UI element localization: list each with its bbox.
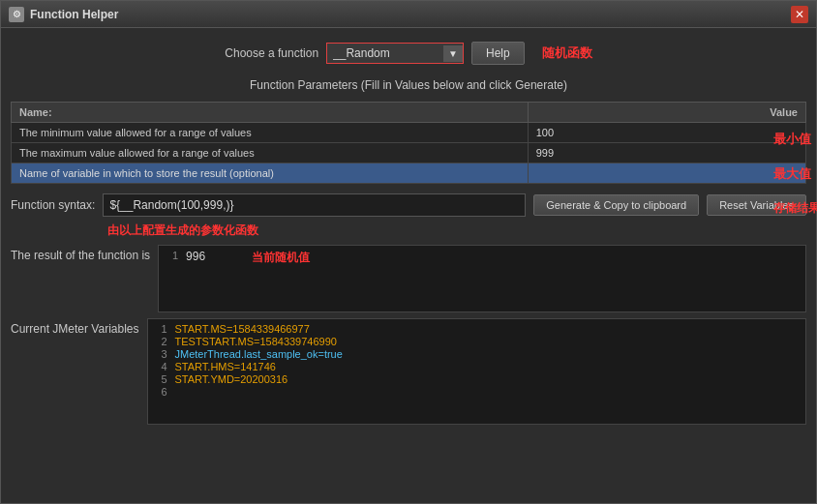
content-area: Choose a function ▼ Help 随机函数 Function P… (1, 28, 816, 503)
row1-value-input[interactable] (536, 127, 798, 138)
row3-name: Name of variable in which to store the r… (12, 163, 529, 184)
variables-section: Current JMeter Variables 1 START.MS=1584… (11, 318, 806, 493)
var-num-2: 2 (152, 336, 167, 347)
row3-value[interactable] (528, 163, 805, 184)
function-select-input[interactable] (327, 44, 443, 63)
variables-box: 1 START.MS=1584339466977 2 TESTSTART.MS=… (147, 318, 807, 425)
main-window: ⚙ Function Helper ✕ Choose a function ▼ … (0, 0, 817, 504)
function-select-wrapper[interactable]: ▼ (326, 43, 464, 64)
row2-value-input[interactable] (536, 147, 798, 159)
choose-label: Choose a function (225, 46, 318, 60)
var-num-1: 1 (152, 323, 167, 335)
function-chooser-row: Choose a function ▼ Help 随机函数 (11, 38, 806, 69)
result-label: The result of the function is (11, 245, 150, 262)
table-row[interactable]: The maximum value allowed for a range of… (12, 143, 806, 163)
syntax-label: Function syntax: (11, 198, 95, 212)
title-bar: ⚙ Function Helper ✕ (1, 1, 816, 28)
row2-value[interactable] (528, 143, 805, 163)
function-dropdown-arrow[interactable]: ▼ (443, 45, 463, 62)
params-header: Function Parameters (Fill in Values belo… (11, 74, 806, 96)
row2-name: The maximum value allowed for a range of… (12, 143, 529, 163)
var-line-1: 1 START.MS=1584339466977 (152, 323, 802, 335)
variables-label: Current JMeter Variables (11, 318, 139, 336)
var-num-4: 4 (152, 361, 167, 372)
ann-param-desc: 由以上配置生成的参数化函数 (11, 222, 806, 239)
ann-current-random: 当前随机值 (252, 250, 310, 266)
var-content-1: START.MS=1584339466977 (175, 323, 310, 335)
var-content-2: TESTSTART.MS=1584339746990 (175, 336, 337, 347)
col-value-header: Value (528, 103, 805, 123)
var-num-3: 3 (152, 348, 167, 360)
row1-value[interactable] (528, 123, 805, 143)
window-title: Function Helper (30, 8, 118, 21)
var-num-5: 5 (152, 373, 167, 385)
var-num-6: 6 (152, 386, 167, 398)
result-line-1: 1 996 当前随机值 (163, 250, 802, 266)
syntax-row: Function syntax: Generate & Copy to clip… (11, 190, 806, 221)
result-box: 1 996 当前随机值 (158, 245, 806, 312)
var-line-5: 5 START.YMD=20200316 (152, 373, 802, 385)
var-content-3: JMeterThread.last_sample_ok=true (175, 348, 343, 360)
close-button[interactable]: ✕ (791, 6, 808, 23)
var-content-4: START.HMS=141746 (175, 361, 276, 372)
syntax-input[interactable] (103, 193, 526, 217)
var-line-3: 3 JMeterThread.last_sample_ok=true (152, 348, 802, 360)
result-line-num: 1 (163, 250, 178, 266)
params-table-wrapper: Name: Value The minimum value allowed fo… (11, 102, 806, 184)
generate-button[interactable]: Generate & Copy to clipboard (533, 194, 699, 216)
var-line-2: 2 TESTSTART.MS=1584339746990 (152, 336, 802, 347)
result-section: The result of the function is 1 996 当前随机… (11, 245, 806, 312)
var-line-6: 6 (152, 386, 802, 398)
params-table: Name: Value The minimum value allowed fo… (11, 102, 806, 184)
row3-value-input[interactable] (536, 167, 798, 179)
window-icon: ⚙ (9, 7, 24, 22)
col-name-header: Name: (12, 103, 529, 123)
table-row[interactable]: The minimum value allowed for a range of… (12, 123, 806, 143)
table-row-selected[interactable]: Name of variable in which to store the r… (12, 163, 806, 184)
annotation-random-func: 随机函数 (542, 44, 592, 62)
var-content-5: START.YMD=20200316 (175, 373, 288, 385)
reset-button[interactable]: Reset Variables (707, 194, 806, 216)
title-bar-left: ⚙ Function Helper (9, 7, 118, 22)
help-button[interactable]: Help (471, 42, 525, 65)
row1-name: The minimum value allowed for a range of… (12, 123, 529, 143)
var-line-4: 4 START.HMS=141746 (152, 361, 802, 372)
result-line-content: 996 (186, 250, 205, 266)
